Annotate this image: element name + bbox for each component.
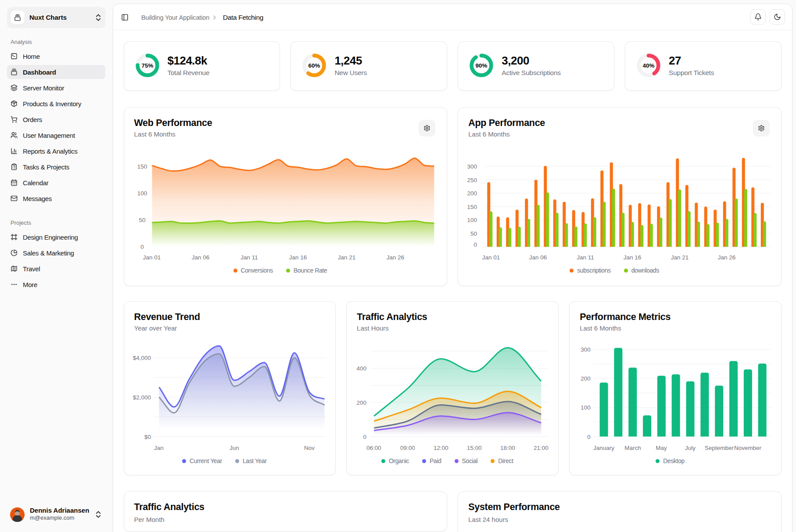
svg-text:100: 100 — [137, 190, 147, 197]
svg-text:75%: 75% — [141, 62, 153, 69]
svg-text:100: 100 — [467, 217, 477, 223]
svg-text:May: May — [656, 445, 667, 451]
svg-text:Jan 16: Jan 16 — [624, 254, 642, 260]
svg-text:0: 0 — [587, 434, 591, 440]
svg-text:300: 300 — [581, 346, 591, 353]
svg-text:0: 0 — [363, 434, 367, 440]
svg-text:0: 0 — [474, 241, 477, 248]
svg-text:21:00: 21:00 — [534, 445, 549, 451]
svg-text:09:00: 09:00 — [400, 445, 415, 451]
svg-text:300: 300 — [467, 163, 477, 170]
svg-text:$0: $0 — [144, 434, 151, 440]
svg-text:Jan 11: Jan 11 — [577, 254, 594, 260]
svg-text:12:00: 12:00 — [434, 445, 448, 451]
svg-text:Jan 06: Jan 06 — [529, 254, 547, 260]
svg-text:250: 250 — [467, 177, 477, 183]
svg-text:$2,000: $2,000 — [133, 394, 151, 401]
svg-text:200: 200 — [467, 190, 477, 197]
svg-text:150: 150 — [137, 163, 147, 170]
svg-text:Jan 21: Jan 21 — [671, 254, 689, 260]
svg-text:Jan 21: Jan 21 — [337, 254, 355, 260]
svg-text:Jan 01: Jan 01 — [482, 254, 500, 260]
svg-text:100: 100 — [581, 404, 591, 411]
svg-text:200: 200 — [357, 399, 367, 406]
svg-text:18:00: 18:00 — [500, 445, 515, 451]
svg-text:150: 150 — [467, 204, 477, 210]
svg-text:Jan 26: Jan 26 — [718, 254, 736, 260]
svg-text:15:00: 15:00 — [467, 445, 482, 451]
svg-text:January: January — [593, 445, 614, 451]
svg-text:Jan 01: Jan 01 — [143, 254, 161, 260]
svg-text:400: 400 — [357, 365, 367, 372]
svg-text:Jan: Jan — [154, 445, 164, 451]
svg-text:60%: 60% — [308, 62, 320, 69]
svg-text:Jan 11: Jan 11 — [240, 254, 258, 260]
svg-text:Jan 26: Jan 26 — [386, 254, 404, 260]
svg-text:50: 50 — [470, 230, 477, 237]
svg-text:0: 0 — [140, 244, 144, 250]
svg-text:November: November — [734, 445, 762, 451]
svg-text:Nov: Nov — [304, 445, 315, 451]
svg-text:$4,000: $4,000 — [133, 355, 151, 361]
svg-text:Jan 06: Jan 06 — [191, 254, 209, 260]
svg-text:40%: 40% — [643, 62, 655, 69]
svg-text:March: March — [624, 445, 641, 451]
svg-text:July: July — [685, 445, 696, 451]
svg-text:50: 50 — [139, 217, 145, 223]
svg-text:Jan 16: Jan 16 — [289, 254, 307, 260]
svg-text:90%: 90% — [476, 62, 488, 69]
svg-text:Jun: Jun — [229, 445, 239, 451]
svg-text:06:00: 06:00 — [366, 445, 381, 451]
svg-text:September: September — [705, 445, 734, 451]
svg-text:200: 200 — [581, 375, 591, 382]
